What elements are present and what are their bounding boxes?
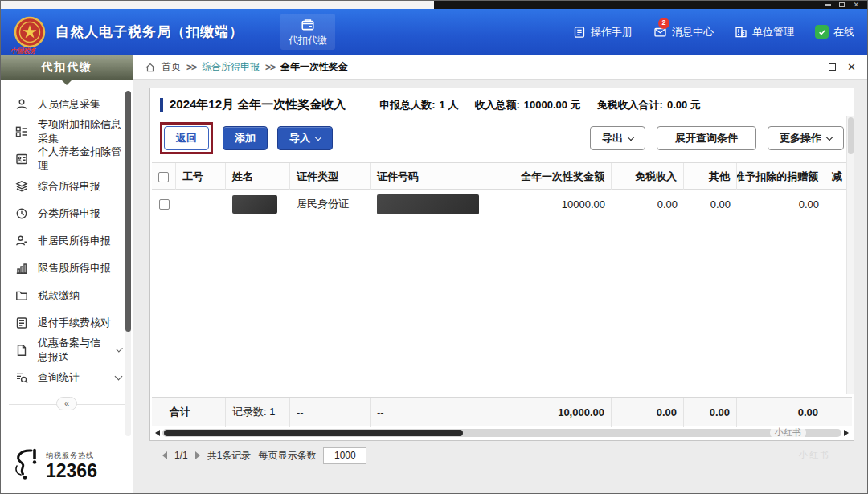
sidebar-item-label: 非居民所得申报 (38, 234, 111, 248)
import-button[interactable]: 导入 (277, 126, 333, 150)
manual-link[interactable]: 操作手册 (573, 25, 633, 39)
add-button[interactable]: 添加 (223, 126, 268, 150)
breadcrumb-separator: >> (186, 62, 196, 73)
sidebar-scrollbar-thumb[interactable] (125, 91, 131, 332)
watermark-faint: 小红书 (799, 449, 830, 461)
close-icon[interactable]: ✕ (853, 2, 859, 9)
file-icon (15, 344, 28, 357)
stat-label: 收入总额: (474, 98, 519, 112)
total-dash: -- (290, 398, 371, 427)
person-icon (15, 98, 28, 111)
wallet-icon (300, 18, 316, 32)
import-button-label: 导入 (289, 131, 310, 145)
message-center-link[interactable]: 2 消息中心 (653, 25, 714, 39)
export-button[interactable]: 导出 (590, 126, 645, 150)
prev-page-icon[interactable] (162, 451, 167, 459)
page-maximize-icon[interactable] (829, 63, 836, 71)
scroll-left-icon[interactable] (155, 430, 160, 436)
sidebar-item-special-deduction[interactable]: 专项附加扣除信息采集 (1, 118, 133, 145)
org-management-link[interactable]: 单位管理 (735, 25, 794, 39)
page-close-icon[interactable]: ✕ (847, 62, 856, 72)
online-label: 在线 (833, 25, 854, 39)
bar-chart-icon (15, 262, 28, 275)
seal-text: 中国税务 (10, 47, 36, 55)
sidebar-item-label: 退付手续费核对 (38, 316, 111, 330)
page-body: 2024年12月 全年一次性奖金收入 申报总人数:1 人 收入总额:10000.… (133, 80, 867, 494)
total-bonus-amount: 10,000.00 (485, 398, 612, 427)
sidebar-item-label: 综合所得申报 (38, 179, 100, 194)
total-other: 0.00 (684, 398, 737, 427)
sidebar-item-preferential-filing[interactable]: 优惠备案与信息报送 (1, 337, 133, 364)
sidebar-collapse-row: « (1, 396, 133, 412)
header-links: 操作手册 2 消息中心 (573, 25, 854, 39)
online-icon (815, 25, 829, 39)
total-record-count: 记录数: 1 (226, 398, 290, 427)
scroll-right-icon[interactable] (844, 430, 849, 436)
chevron-down-icon (826, 133, 833, 140)
stat-label: 申报总人数: (379, 98, 435, 112)
redacted-id-number (377, 194, 479, 214)
col-employee-no: 工号 (176, 163, 226, 190)
vertical-scrollbar[interactable] (846, 116, 854, 394)
hotline-number: 12366 (46, 461, 97, 480)
scrollbar-thumb[interactable] (164, 430, 463, 436)
bonus-income-panel: 2024年12月 全年一次性奖金收入 申报总人数:1 人 收入总额:10000.… (149, 88, 854, 441)
breadcrumb-comprehensive-income[interactable]: 综合所得申报 (202, 60, 260, 74)
sidebar-item-pension-deduction[interactable]: 个人养老金扣除管理 (1, 145, 133, 173)
national-emblem-logo (14, 16, 46, 48)
sidebar-item-label: 限售股所得申报 (38, 261, 111, 276)
stat-value: 10000.00 元 (524, 98, 581, 112)
col-bonus-amount: 全年一次性奖金额 (485, 163, 612, 190)
os-titlebar: ✕ (1, 1, 867, 9)
sidebar-item-restricted-shares[interactable]: 限售股所得申报 (1, 255, 133, 282)
select-all-checkbox[interactable] (158, 172, 169, 182)
pagination-bar: 1/1 共1条记录 每页显示条数 小红书 (149, 441, 854, 470)
minimize-icon[interactable] (825, 4, 831, 6)
page-title: 2024年12月 全年一次性奖金收入 (170, 97, 346, 112)
stat-label: 免税收入合计: (597, 98, 663, 112)
horizontal-scrollbar[interactable]: 小红书 (155, 427, 849, 438)
more-actions-button[interactable]: 更多操作 (768, 126, 844, 150)
return-button[interactable]: 返回 (164, 126, 209, 150)
expand-query-button[interactable]: 展开查询条件 (657, 126, 756, 150)
sidebar-item-nonresident-income[interactable]: 非居民所得申报 (1, 227, 133, 255)
building-icon (735, 26, 747, 39)
maximize-icon[interactable] (839, 2, 845, 7)
breadcrumb-home[interactable]: 首页 (162, 60, 181, 74)
tab-withholding-label: 代扣代缴 (289, 34, 327, 47)
grid-list-icon (15, 125, 28, 138)
online-status[interactable]: 在线 (815, 25, 854, 39)
tab-withholding[interactable]: 代扣代缴 (280, 14, 335, 50)
stat-value: 0.00 元 (667, 98, 701, 112)
row-checkbox[interactable] (159, 199, 170, 210)
vertical-scrollbar-thumb[interactable] (848, 117, 854, 154)
brand: 中国税务 自然人电子税务局（扣缴端） (14, 16, 244, 48)
sidebar-item-personnel-info[interactable]: 人员信息采集 (1, 91, 133, 118)
sidebar-item-classified-income[interactable]: 分类所得申报 (1, 200, 133, 227)
toolbar: 返回 添加 导入 导出 展开查询条件 (150, 116, 854, 162)
sidebar-item-tax-payment[interactable]: 税款缴纳 (1, 282, 133, 309)
sidebar-collapse-button[interactable]: « (56, 397, 77, 410)
sidebar: 代扣代缴 人员信息采集 (1, 55, 133, 494)
sidebar-item-comprehensive-income[interactable]: 综合所得申报 (1, 173, 133, 200)
sidebar-item-label: 专项附加扣除信息采集 (38, 117, 121, 146)
manual-icon (573, 26, 586, 39)
layers-icon (15, 180, 28, 193)
page-size-input[interactable] (323, 447, 366, 464)
breadcrumb-separator: >> (265, 62, 275, 73)
sidebar-item-refund-fee-check[interactable]: 退付手续费核对 (1, 309, 133, 337)
table-row[interactable]: 居民身份证 10000.00 0.00 0.00 0.00 (152, 190, 852, 218)
scrollbar-track[interactable]: 小红书 (162, 429, 841, 437)
sidebar-scrollbar[interactable] (125, 91, 131, 436)
cell-bonus-amount: 10000.00 (485, 190, 612, 218)
next-page-icon[interactable] (195, 451, 200, 459)
chevron-down-icon (628, 133, 634, 140)
total-label: 合计 (152, 398, 226, 427)
sidebar-item-query-statistics[interactable]: 查询统计 (1, 364, 133, 391)
sidebar-item-label: 优惠备案与信息报送 (38, 336, 108, 365)
search-list-icon (15, 371, 28, 384)
page-indicator: 1/1 (174, 450, 188, 461)
cell-deductible-donation: 0.00 (737, 190, 825, 218)
col-deductible-donation: 准予扣除的捐赠额 (737, 163, 825, 190)
col-id-number: 证件号码 (371, 163, 485, 190)
